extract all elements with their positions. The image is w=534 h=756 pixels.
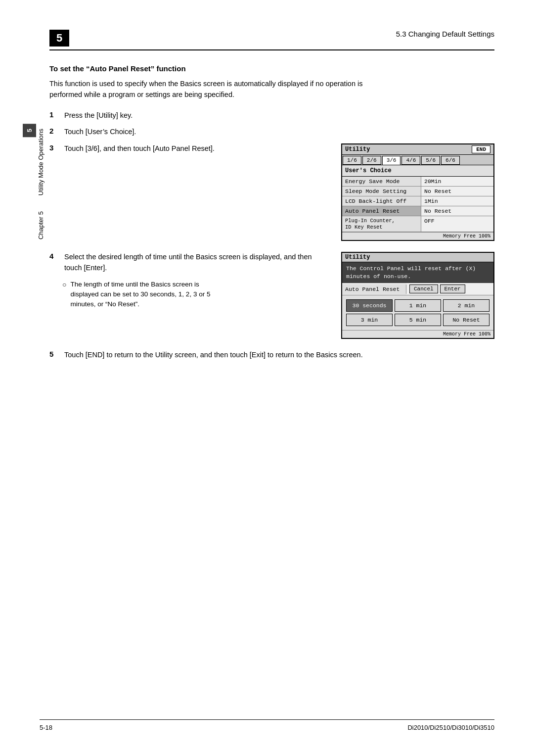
step-3: 3 Touch [3/6], and then touch [Auto Pane… <box>49 143 326 154</box>
lcd2-option-5min[interactable]: 5 min <box>395 314 441 326</box>
lcd1-val-sleep: No Reset <box>421 187 493 196</box>
lcd2-option-2min[interactable]: 2 min <box>443 299 490 312</box>
lcd2-auto-label: Auto Panel Reset <box>342 284 406 294</box>
tab-1-6[interactable]: 1/6 <box>343 156 361 165</box>
section-title: 5.3 Changing Default Settings <box>396 30 494 38</box>
lcd2-option-30sec[interactable]: 30 seconds <box>346 299 393 312</box>
lcd2-enter-button[interactable]: Enter <box>440 284 465 293</box>
bullet-icon: ○ <box>62 281 66 310</box>
lcd2-option-3min[interactable]: 3 min <box>346 314 393 326</box>
step-4-number: 4 <box>49 252 59 260</box>
lcd-screen-2: Utility The Control Panel will reset aft… <box>341 252 494 339</box>
lcd1-row-sleep[interactable]: Sleep Mode Setting No Reset <box>342 187 493 196</box>
sidebar-chapter-num: 5 <box>23 124 36 137</box>
lcd2-info-line2: minutes of non-use. <box>346 273 490 281</box>
step-5-number: 5 <box>49 350 59 361</box>
lcd2-option-1min[interactable]: 1 min <box>395 299 441 312</box>
step-2-text: Touch [User’s Choice]. <box>64 127 136 138</box>
sidebar-chapter-text: Chapter 5 <box>37 206 44 244</box>
step-1-text: Press the [Utility] key. <box>64 110 133 121</box>
step-3-text: Touch [3/6], and then touch [Auto Panel … <box>64 143 215 154</box>
step-3-content: 3 Touch [3/6], and then touch [Auto Pane… <box>49 143 326 160</box>
lcd1-val-auto: No Reset <box>421 206 493 216</box>
lcd1-row-auto[interactable]: Auto Panel Reset No Reset <box>342 206 493 216</box>
step-4: 4 Select the desired length of time unti… <box>49 252 326 274</box>
sidebar-label: Utility Mode Operations <box>37 124 44 200</box>
lcd1-row-plugin[interactable]: Plug-In Counter,ID Key Reset OFF <box>342 216 493 232</box>
intro-text: This function is used to specify when th… <box>49 79 396 100</box>
lcd1-title: Utility <box>345 146 370 153</box>
lcd2-titlebar: Utility <box>342 253 493 262</box>
lcd1-key-auto: Auto Panel Reset <box>342 206 421 216</box>
lcd2-cancel-button[interactable]: Cancel <box>409 284 438 293</box>
step-4-row: 4 Select the desired length of time unti… <box>49 252 494 339</box>
footer-right: Di2010/Di2510/Di3010/Di3510 <box>407 724 494 731</box>
lcd-screen-1: Utility END 1/6 2/6 3/6 4/6 5/6 6/6 User… <box>341 143 494 241</box>
tab-5-6[interactable]: 5/6 <box>421 156 440 165</box>
page-footer: 5-18 Di2010/Di2510/Di3010/Di3510 <box>40 719 494 731</box>
lcd2-info-line1: The Control Panel will reset after (X) <box>346 265 490 273</box>
lcd1-key-plugin: Plug-In Counter,ID Key Reset <box>342 216 421 232</box>
lcd1-label: User's Choice <box>342 165 493 177</box>
lcd2-action-buttons: Cancel Enter <box>406 283 493 295</box>
lcd1-end-button[interactable]: END <box>472 145 490 153</box>
lcd1-key-sleep: Sleep Mode Setting <box>342 187 421 196</box>
lcd1-row-lcd[interactable]: LCD Back-light Off 1Min <box>342 196 493 206</box>
step-2: 2 Touch [User’s Choice]. <box>49 127 494 138</box>
tab-4-6[interactable]: 4/6 <box>401 156 420 165</box>
lcd1-val-plugin: OFF <box>421 216 493 232</box>
sidebar: 5 Utility Mode Operations Chapter 5 <box>0 124 44 470</box>
lcd2-option-noreset[interactable]: No Reset <box>443 314 490 326</box>
step-3-row: 3 Touch [3/6], and then touch [Auto Pane… <box>49 143 494 241</box>
step-5: 5 Touch [END] to return to the Utility s… <box>49 350 494 361</box>
step-5-text: Touch [END] to return to the Utility scr… <box>64 350 363 361</box>
step-3-number: 3 <box>49 143 59 152</box>
chapter-header: 5 <box>49 30 69 47</box>
footer-left: 5-18 <box>40 724 52 731</box>
step-1-number: 1 <box>49 110 59 119</box>
screen1-container: Utility END 1/6 2/6 3/6 4/6 5/6 6/6 User… <box>341 143 494 241</box>
step-1: 1 Press the [Utility] key. <box>49 110 494 121</box>
lcd1-memory: Memory Free 100% <box>342 232 493 240</box>
step-4-subbullet: ○ The length of time until the Basics sc… <box>62 280 326 310</box>
tab-2-6[interactable]: 2/6 <box>362 156 381 165</box>
lcd2-auto-row: Auto Panel Reset Cancel Enter <box>342 283 493 295</box>
chapter-number: 5 <box>49 30 69 47</box>
lcd1-val-energy: 20Min <box>421 177 493 186</box>
lcd1-val-lcd: 1Min <box>421 196 493 206</box>
step-4-sub-text: The length of time until the Basics scre… <box>70 280 228 310</box>
lcd1-key-lcd: LCD Back-light Off <box>342 196 421 206</box>
tab-3-6[interactable]: 3/6 <box>382 156 401 165</box>
lcd2-title: Utility <box>345 254 370 261</box>
screen2-container: Utility The Control Panel will reset aft… <box>341 252 494 339</box>
step-4-content: 4 Select the desired length of time unti… <box>49 252 326 309</box>
lcd2-info-box: The Control Panel will reset after (X) m… <box>342 262 493 283</box>
lcd1-key-energy: Energy Save Mode <box>342 177 421 186</box>
step-4-text: Select the desired length of time until … <box>64 252 326 274</box>
step-2-number: 2 <box>49 127 59 135</box>
lcd2-memory: Memory Free 100% <box>342 330 493 338</box>
lcd1-row-energy[interactable]: Energy Save Mode 20Min <box>342 177 493 187</box>
page: 5 5.3 Changing Default Settings To set t… <box>0 0 534 756</box>
lcd2-time-options: 30 seconds 1 min 2 min 3 min 5 min No Re… <box>342 295 493 330</box>
page-header: 5 5.3 Changing Default Settings <box>49 30 494 50</box>
tab-6-6[interactable]: 6/6 <box>441 156 460 165</box>
section-heading: To set the “Auto Panel Reset” function <box>49 64 494 73</box>
lcd1-titlebar: Utility END <box>342 144 493 155</box>
lcd1-tabs: 1/6 2/6 3/6 4/6 5/6 6/6 <box>342 155 493 165</box>
